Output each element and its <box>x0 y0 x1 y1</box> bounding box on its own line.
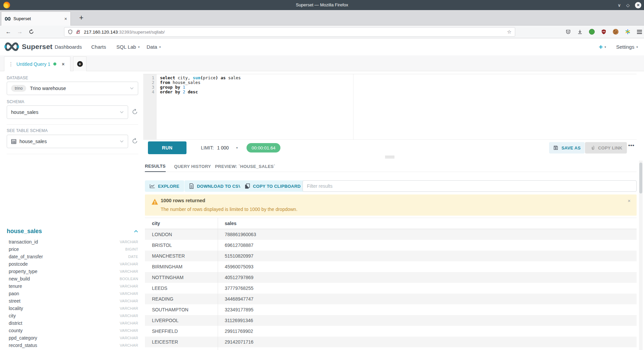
table-row: NOTTINGHAM 40512797869 <box>145 272 637 283</box>
column-row: county VARCHAR <box>9 327 138 334</box>
cell-city: SOUTHAMPTON <box>145 304 218 315</box>
nav-item-dashboards[interactable]: Dashboards <box>55 38 82 55</box>
column-type: VARCHAR <box>120 336 138 340</box>
schema-select[interactable]: house_sales <box>7 105 128 119</box>
database-select[interactable]: trino Trino warehouse <box>7 82 138 95</box>
tab-results[interactable]: RESULTS <box>145 161 166 172</box>
tab-query-history[interactable]: QUERY HISTORY <box>174 161 211 172</box>
cell-sales: 788861960063 <box>218 229 637 240</box>
forward-icon[interactable]: → <box>15 26 25 38</box>
refresh-table-icon[interactable] <box>131 138 139 145</box>
save-icon <box>553 145 558 150</box>
window-close-icon[interactable]: ✕ <box>635 2 641 8</box>
table-row: SHEFFIELD 29911769902 <box>145 326 637 337</box>
url-host: 217.160.120.143 <box>84 30 118 35</box>
browser-tab[interactable]: Superset × <box>1 11 71 26</box>
drag-handle-icon[interactable]: ⋮ <box>8 61 13 67</box>
refresh-schema-icon[interactable] <box>131 108 139 116</box>
table-name-heading[interactable]: house_sales <box>7 228 42 235</box>
results-table-header: city sales <box>145 218 637 229</box>
scrollbar-thumb[interactable] <box>639 163 642 193</box>
query-tab-close-icon[interactable]: × <box>62 61 64 67</box>
url-bar[interactable]: 217.160.120.143:32393/superset/sqllab/ ☆ <box>64 27 515 37</box>
filter-results-input[interactable] <box>303 180 637 192</box>
bookmark-star-icon[interactable]: ☆ <box>507 29 512 35</box>
query-tab-active[interactable]: ⋮ Untitled Query 1 × <box>4 56 70 71</box>
caret-down-icon: ▾ <box>604 45 606 49</box>
superset-navbar: Superset Dashboards Charts SQL Lab ▾ Dat… <box>0 38 644 55</box>
column-type: VARCHAR <box>120 284 138 288</box>
column-type: VARCHAR <box>120 262 138 266</box>
database-label: DATABASE <box>7 76 28 80</box>
limit-dropdown[interactable]: LIMIT: 1 000 ▾ <box>201 140 238 156</box>
editor-code[interactable]: select city, sum(price) as sales from ho… <box>157 74 637 139</box>
download-csv-button[interactable]: DOWNLOAD TO CSV <box>184 180 246 192</box>
window-restore-icon[interactable]: ◇ <box>626 3 630 8</box>
column-name: locality <box>9 306 23 311</box>
line-number: 2 <box>143 80 154 85</box>
ublock-extension-icon[interactable]: UO <box>601 29 606 35</box>
add-query-tab-button[interactable]: + <box>73 56 87 71</box>
table-row: LEEDS 37779768255 <box>145 283 637 294</box>
warning-title: 1000 rows returned <box>161 198 205 203</box>
editor-toolbar: RUN LIMIT: 1 000 ▾ 00:00:01.64 SAVE AS C… <box>143 139 637 156</box>
sql-editor[interactable]: 1234 select city, sum(price) as sales fr… <box>143 74 637 139</box>
reload-icon[interactable] <box>26 26 36 38</box>
code-line: group by 1 <box>160 85 637 90</box>
run-button[interactable]: RUN <box>148 141 186 154</box>
cell-city: LEEDS <box>145 283 218 294</box>
cell-city: NOTTINGHAM <box>145 272 218 283</box>
link-icon <box>590 145 595 150</box>
chevron-down-icon <box>120 111 124 114</box>
column-name: tenure <box>9 283 22 289</box>
insecure-lock-icon[interactable] <box>76 29 80 35</box>
rows-warning-banner: 1000 rows returned The number of rows di… <box>145 194 637 216</box>
menu-hamburger-icon[interactable] <box>637 30 642 34</box>
superset-brand[interactable]: Superset <box>4 42 52 52</box>
nav-item-charts[interactable]: Charts <box>91 38 106 55</box>
save-as-button[interactable]: SAVE AS <box>549 142 585 154</box>
chevron-down-icon <box>130 87 134 90</box>
column-row: transaction_id VARCHAR <box>9 238 138 246</box>
column-row: tenure VARCHAR <box>9 282 138 290</box>
table-row: READING 34468947747 <box>145 294 637 304</box>
nav-item-data[interactable]: Data ▾ <box>147 38 161 55</box>
scrollbar-track[interactable] <box>639 161 643 350</box>
column-type: VARCHAR <box>120 292 138 296</box>
pane-resize-handle[interactable] <box>385 156 394 158</box>
column-name: date_of_transfer <box>9 254 43 259</box>
downloads-icon[interactable] <box>577 29 583 35</box>
column-row: new_build BOOLEAN <box>9 275 138 282</box>
shield-permissions-icon[interactable] <box>68 29 73 35</box>
back-icon[interactable]: ← <box>3 26 13 38</box>
navbar-add-button[interactable]: + ▾ <box>599 38 606 55</box>
copy-to-clipboard-button[interactable]: COPY TO CLIPBOARD <box>240 180 305 192</box>
table-schema-select[interactable]: house_sales <box>7 135 128 148</box>
editor-gutter: 1234 <box>143 74 157 139</box>
browser-tab-close-icon[interactable]: × <box>64 16 67 21</box>
cookie-extension-icon[interactable] <box>613 29 619 35</box>
limit-value: 1 000 <box>217 145 229 150</box>
warning-close-icon[interactable]: × <box>628 198 631 204</box>
more-actions-button[interactable]: ••• <box>628 142 635 148</box>
browser-new-tab-button[interactable]: + <box>79 13 84 22</box>
column-name: street <box>9 298 20 304</box>
pocket-icon[interactable] <box>566 29 571 35</box>
browser-tab-title: Superset <box>13 16 31 21</box>
privacy-badger-extension-icon[interactable] <box>589 29 595 35</box>
asterisk-extension-icon[interactable] <box>625 29 631 35</box>
nav-item-sql-lab[interactable]: SQL Lab ▾ <box>116 38 140 55</box>
tab-preview-house-sales[interactable]: PREVIEW: `HOUSE_SALES` <box>215 161 275 172</box>
cell-sales: 45960075093 <box>218 261 637 272</box>
brand-name: Superset <box>22 43 52 51</box>
copy-link-button[interactable]: COPY LINK <box>585 142 627 154</box>
collapse-chevron-up-icon[interactable] <box>134 230 138 233</box>
window-minimize-icon[interactable]: ∨ <box>618 3 621 8</box>
navbar-settings-menu[interactable]: Settings ▾ <box>616 38 638 55</box>
explore-button[interactable]: EXPLORE <box>145 180 184 192</box>
header-sales[interactable]: sales <box>218 218 637 229</box>
schema-label: SCHEMA <box>7 99 24 104</box>
column-row: price BIGINT <box>9 246 138 253</box>
browser-titlebar: Superset — Mozilla Firefox ∨ ◇ ✕ <box>0 0 644 10</box>
header-city[interactable]: city <box>145 218 218 229</box>
